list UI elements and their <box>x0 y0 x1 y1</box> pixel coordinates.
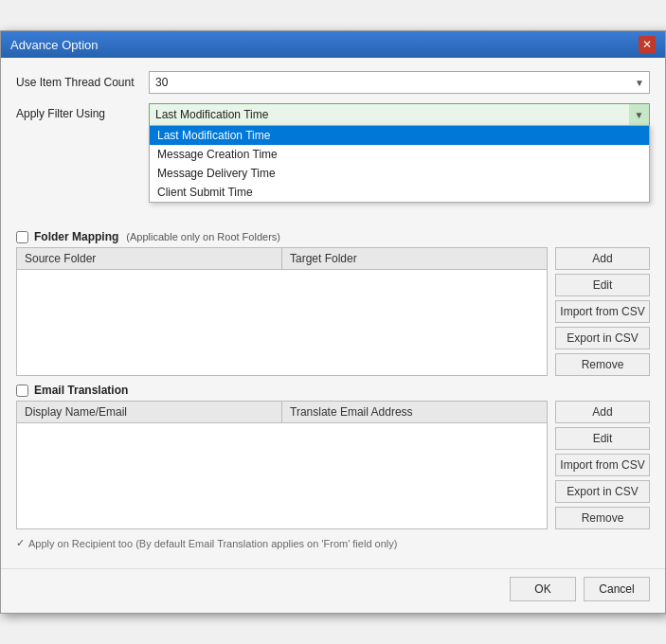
close-button[interactable]: ✕ <box>639 36 656 53</box>
filter-selected-value: Last Modification Time <box>155 108 268 121</box>
folder-mapping-col-target: Target Folder <box>282 248 547 269</box>
filter-dropdown-selected[interactable]: Last Modification Time ▼ <box>149 103 650 126</box>
email-translation-title: Email Translation <box>34 384 128 397</box>
email-translation-import-button[interactable]: Import from CSV <box>555 454 650 476</box>
filter-option-message-creation[interactable]: Message Creation Time <box>150 145 649 164</box>
thread-count-label: Use Item Thread Count <box>16 76 149 89</box>
filter-option-message-delivery[interactable]: Message Delivery Time <box>150 164 649 183</box>
folder-mapping-remove-button[interactable]: Remove <box>555 353 650 376</box>
email-translation-col-translate: Translate Email Address <box>282 402 547 422</box>
folder-mapping-edit-button[interactable]: Edit <box>555 274 650 296</box>
folder-mapping-buttons: Add Edit Import from CSV Export in CSV R… <box>555 247 650 376</box>
dialog-body: Use Item Thread Count 30 ▼ Apply Filter … <box>1 58 665 568</box>
email-translation-table-area: Display Name/Email Translate Email Addre… <box>16 401 650 529</box>
email-translation-buttons: Add Edit Import from CSV Export in CSV R… <box>555 401 650 529</box>
folder-mapping-checkbox[interactable] <box>16 231 28 243</box>
checkmark-icon: ✓ <box>16 537 25 549</box>
folder-mapping-table-area: Source Folder Target Folder Add Edit Imp… <box>16 247 650 376</box>
filter-option-client-submit[interactable]: Client Submit Time <box>150 183 649 202</box>
email-translation-export-button[interactable]: Export in CSV <box>555 480 650 503</box>
folder-mapping-col-source: Source Folder <box>17 248 282 269</box>
dialog-title: Advance Option <box>10 38 99 52</box>
folder-mapping-header: Folder Mapping (Applicable only on Root … <box>16 230 650 243</box>
thread-count-select[interactable]: 30 <box>149 71 650 94</box>
email-translation-add-button[interactable]: Add <box>555 401 650 423</box>
filter-option-last-modification[interactable]: Last Modification Time <box>150 126 649 145</box>
email-translation-note-text: Apply on Recipient too (By default Email… <box>28 538 397 549</box>
email-translation-edit-button[interactable]: Edit <box>555 427 650 450</box>
folder-mapping-title: Folder Mapping <box>34 230 118 243</box>
email-translation-checkbox[interactable] <box>16 385 28 397</box>
folder-mapping-export-button[interactable]: Export in CSV <box>555 327 650 349</box>
folder-mapping-add-button[interactable]: Add <box>555 247 650 270</box>
filter-row: Apply Filter Using Last Modification Tim… <box>16 103 650 126</box>
thread-count-wrapper: 30 ▼ <box>149 71 650 94</box>
email-translation-remove-button[interactable]: Remove <box>555 507 650 529</box>
folder-mapping-note: (Applicable only on Root Folders) <box>126 231 280 242</box>
email-translation-table-body <box>17 423 547 499</box>
dialog-footer: OK Cancel <box>1 568 665 613</box>
dialog-titlebar: Advance Option ✕ <box>1 31 665 58</box>
cancel-button[interactable]: Cancel <box>584 577 650 601</box>
email-translation-note: ✓ Apply on Recipient too (By default Ema… <box>16 537 650 549</box>
thread-count-row: Use Item Thread Count 30 ▼ <box>16 71 650 94</box>
filter-dropdown-arrow[interactable]: ▼ <box>629 103 650 126</box>
filter-dropdown-container: Last Modification Time ▼ Last Modificati… <box>149 103 650 126</box>
folder-mapping-import-button[interactable]: Import from CSV <box>555 300 650 323</box>
email-translation-col-display: Display Name/Email <box>17 402 282 422</box>
ok-button[interactable]: OK <box>510 577 576 601</box>
folder-mapping-table-header: Source Folder Target Folder <box>17 248 547 270</box>
folder-mapping-table: Source Folder Target Folder <box>16 247 548 376</box>
email-translation-table: Display Name/Email Translate Email Addre… <box>16 401 548 529</box>
filter-label: Apply Filter Using <box>16 103 149 120</box>
email-translation-table-header: Display Name/Email Translate Email Addre… <box>17 402 547 423</box>
advance-option-dialog: Advance Option ✕ Use Item Thread Count 3… <box>0 30 666 614</box>
email-translation-header: Email Translation <box>16 384 650 397</box>
folder-mapping-table-body <box>17 270 547 346</box>
filter-dropdown-list: Last Modification Time Message Creation … <box>149 125 650 203</box>
